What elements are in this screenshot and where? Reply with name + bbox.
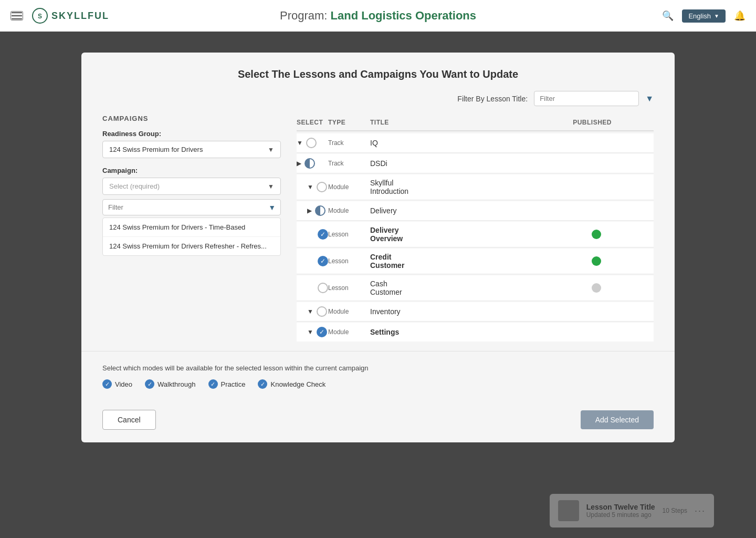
table-row: ▼ Module Skyllful Introduction xyxy=(297,174,654,200)
mode-walkthrough-label: Walkthrough xyxy=(158,380,196,388)
nav-left: S SKYLLFUL xyxy=(10,7,109,24)
notifications-button[interactable]: 🔔 xyxy=(734,10,746,22)
mode-walkthrough: ✓ Walkthrough xyxy=(145,379,196,389)
select-cell xyxy=(297,256,328,266)
campaign-option-2[interactable]: 124 Swiss Premium for Drivers Refresher … xyxy=(103,237,280,255)
language-selector[interactable]: English ▼ xyxy=(682,9,726,23)
table-row: Lesson Delivery Overview xyxy=(297,222,654,247)
readiness-group-value: 124 Swiss Premium for Drivers xyxy=(109,146,203,153)
row-checkbox-checked[interactable] xyxy=(318,256,328,266)
campaign-filter-input[interactable] xyxy=(102,199,281,215)
mode-practice: ✓ Practice xyxy=(208,379,246,389)
modes-list: ✓ Video ✓ Walkthrough ✓ Practice ✓ Knowl… xyxy=(102,379,654,389)
filter-icon-button[interactable]: ▼ xyxy=(645,94,654,104)
select-cell: ▼ xyxy=(297,327,328,337)
row-checkbox-checked[interactable] xyxy=(317,327,327,337)
campaign-chevron: ▼ xyxy=(268,183,274,190)
mode-walkthrough-check: ✓ xyxy=(145,379,154,389)
nav-right: 🔍 English ▼ 🔔 xyxy=(662,9,746,23)
select-cell xyxy=(297,283,328,293)
readiness-group-field: Readiness Group: 124 Swiss Premium for D… xyxy=(102,130,281,158)
row-type: Lesson xyxy=(328,284,370,292)
mode-video-check: ✓ xyxy=(102,379,112,389)
row-type: Module xyxy=(328,328,370,336)
logo: S SKYLLFUL xyxy=(32,7,109,24)
campaigns-panel: CAMPAIGNS Readiness Group: 124 Swiss Pre… xyxy=(102,115,281,343)
modal-overlay: Select The Lessons and Campaigns You Wan… xyxy=(0,32,756,538)
row-checkbox-checked[interactable] xyxy=(318,229,328,240)
expand-button[interactable]: ▼ xyxy=(297,139,303,147)
row-type: Module xyxy=(328,207,370,214)
modal-actions: Cancel Add Selected xyxy=(81,401,675,442)
row-checkbox-partial[interactable] xyxy=(304,158,315,169)
top-nav: S SKYLLFUL Program: Land Logistics Opera… xyxy=(0,0,756,32)
modes-description: Select which modes will be available for… xyxy=(102,364,654,372)
row-type: Track xyxy=(328,139,370,147)
modal-body: CAMPAIGNS Readiness Group: 124 Swiss Pre… xyxy=(81,115,675,343)
select-cell xyxy=(297,229,328,240)
row-checkbox[interactable] xyxy=(306,138,317,148)
row-type: Track xyxy=(328,160,370,167)
row-title: Cash Customer xyxy=(370,280,412,296)
mode-knowledge-check: ✓ Knowledge Check xyxy=(258,379,326,389)
search-button[interactable]: 🔍 xyxy=(662,10,674,22)
expand-button[interactable]: ▼ xyxy=(307,183,313,191)
row-checkbox-partial[interactable] xyxy=(315,205,326,216)
page-title: Program: Land Logistics Operations xyxy=(280,9,476,23)
program-label: Program: xyxy=(280,9,327,22)
row-title: Skyllful Introduction xyxy=(370,179,412,195)
table-row: Lesson Credit Customer xyxy=(297,249,654,274)
row-checkbox[interactable] xyxy=(318,283,328,293)
row-checkbox[interactable] xyxy=(317,182,327,192)
row-title: Settings xyxy=(370,328,412,336)
col-published: PUBLISHED xyxy=(412,119,612,126)
row-title: Delivery Overview xyxy=(370,226,412,243)
readiness-group-dropdown[interactable]: 124 Swiss Premium for Drivers ▼ xyxy=(102,141,281,158)
mode-video-label: Video xyxy=(115,380,132,388)
mode-knowledge-check-check: ✓ xyxy=(258,379,267,389)
campaign-label: Campaign: xyxy=(102,167,281,174)
col-type: TYPE xyxy=(328,119,370,126)
expand-button[interactable]: ▶ xyxy=(307,207,312,214)
row-type: Lesson xyxy=(328,257,370,265)
add-selected-button[interactable]: Add Selected xyxy=(581,410,654,429)
language-chevron: ▼ xyxy=(714,13,719,19)
published-dot xyxy=(592,256,601,266)
select-cell: ▼ xyxy=(297,138,328,148)
lessons-table: SELECT TYPE TITLE PUBLISHED ▼ Track IQ xyxy=(297,115,654,343)
row-type: Module xyxy=(328,308,370,315)
select-cell: ▼ xyxy=(297,306,328,317)
row-published xyxy=(412,283,612,293)
col-select: SELECT xyxy=(297,119,328,126)
campaign-dropdown[interactable]: Select (required) ▼ xyxy=(102,178,281,195)
campaign-placeholder: Select (required) xyxy=(109,182,160,190)
modes-section: Select which modes will be available for… xyxy=(81,351,675,401)
row-title: Delivery xyxy=(370,206,412,215)
modal-header: Select The Lessons and Campaigns You Wan… xyxy=(81,53,675,91)
row-published xyxy=(412,230,612,239)
select-cell: ▼ xyxy=(297,182,328,192)
lesson-filter-input[interactable] xyxy=(534,91,639,106)
select-cell: ▶ xyxy=(297,205,328,216)
table-row: ▼ Module Inventory xyxy=(297,302,654,322)
expand-button[interactable]: ▶ xyxy=(297,160,301,167)
filter-row: Filter By Lesson Title: ▼ xyxy=(81,91,675,115)
readiness-group-label: Readiness Group: xyxy=(102,130,281,138)
col-title: TITLE xyxy=(370,119,412,126)
filter-label: Filter By Lesson Title: xyxy=(457,95,528,103)
cancel-button[interactable]: Cancel xyxy=(102,410,156,430)
table-row: Lesson Cash Customer xyxy=(297,275,654,301)
published-dot xyxy=(592,230,601,239)
readiness-group-chevron: ▼ xyxy=(268,146,274,153)
expand-button[interactable]: ▼ xyxy=(307,308,313,315)
row-title: Inventory xyxy=(370,307,412,316)
expand-button[interactable]: ▼ xyxy=(307,328,313,336)
hamburger-menu[interactable] xyxy=(10,11,23,20)
table-row: ▼ Module Settings xyxy=(297,323,654,342)
logo-icon: S xyxy=(32,7,48,24)
campaigns-heading: CAMPAIGNS xyxy=(102,115,281,122)
mode-video: ✓ Video xyxy=(102,379,132,389)
row-checkbox[interactable] xyxy=(317,306,327,317)
campaign-option-1[interactable]: 124 Swiss Premium for Drivers - Time-Bas… xyxy=(103,218,280,237)
svg-text:S: S xyxy=(38,13,42,20)
